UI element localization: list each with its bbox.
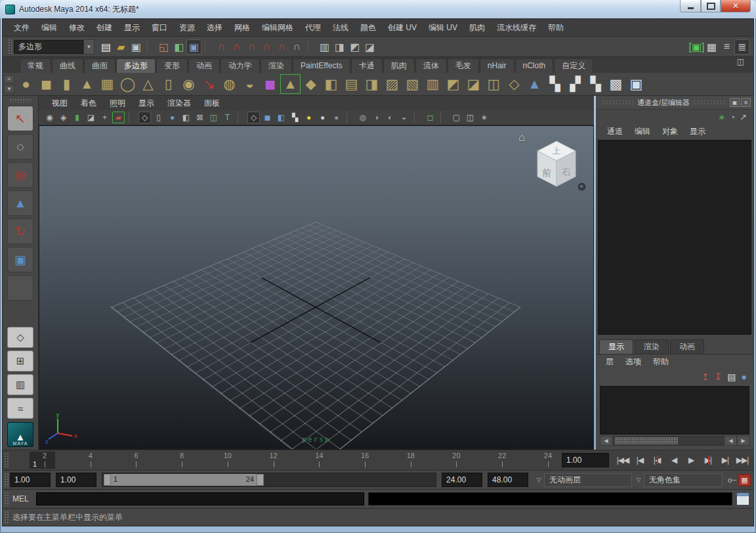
shelf-tab-painteffects[interactable]: PaintEffects [293, 58, 350, 73]
image-plane-icon[interactable]: ◪ [85, 112, 97, 123]
new-empty-layer-icon[interactable]: ▤ [727, 372, 736, 382]
move-layer-down-icon[interactable]: ↧ [715, 372, 723, 382]
menu-assets[interactable]: 资源 [173, 19, 201, 36]
view-cube-menu-icon[interactable] [578, 183, 585, 190]
shelf-tab-dynamics[interactable]: 动力学 [220, 58, 260, 73]
panel-menu-renderer[interactable]: 渲染器 [161, 96, 198, 110]
bridge-icon[interactable]: ▤ [341, 74, 362, 94]
view-cube-right-label[interactable]: 右 [562, 166, 571, 177]
menu-edit[interactable]: 编辑 [35, 19, 63, 36]
panel-menu-panels[interactable]: 面板 [198, 96, 226, 110]
play-backwards-button[interactable]: ◀ [665, 454, 682, 467]
playback-end-field[interactable]: 24.00 [442, 473, 482, 487]
channel-box-list[interactable] [598, 140, 751, 335]
safe-title-icon[interactable]: T [221, 112, 234, 123]
step-forward-frame-button[interactable]: ▶| [717, 454, 734, 467]
smooth-preview-icon[interactable]: ▲ [280, 74, 301, 94]
view-cube[interactable]: 上 前 右 [532, 139, 581, 192]
smooth-icon[interactable]: ◼ [260, 74, 280, 94]
step-back-frame-button[interactable]: |◀ [631, 454, 648, 467]
set-normals-icon[interactable]: ▲ [524, 74, 545, 94]
script-editor-icon[interactable]: ▤ [736, 492, 749, 505]
drag-handle[interactable] [8, 39, 12, 54]
speed-dial-icon[interactable]: ◔ [730, 112, 735, 122]
tool-settings-toggle-icon[interactable]: ≡ [719, 39, 734, 54]
ipr-render-icon[interactable]: ◩ [347, 39, 362, 54]
layer-menu-layers[interactable]: 层 [600, 356, 620, 368]
new-scene-icon[interactable]: ▤ [98, 39, 114, 54]
channel-menu-show[interactable]: 显示 [684, 126, 711, 137]
booleans-icon[interactable]: ◒ [240, 74, 260, 94]
panel-menu-lighting[interactable]: 照明 [103, 96, 132, 110]
lasso-tool[interactable]: ◌ [7, 134, 33, 160]
menu-display[interactable]: 显示 [118, 19, 146, 36]
grid-toggle-icon[interactable]: ◇ [138, 112, 151, 123]
sidebar-bracket-toggle-icon[interactable]: [▣] [689, 39, 704, 54]
planar-mapping-icon[interactable]: ▚ [545, 74, 565, 94]
select-component-icon[interactable]: ▣ [186, 39, 201, 54]
shelf-tab-custom[interactable]: 自定义 [554, 58, 593, 73]
character-key-icon[interactable]: o─ [728, 476, 736, 484]
layer-tab-render[interactable]: 渲染 [635, 339, 669, 354]
scale-tool[interactable]: ▣ [7, 247, 33, 272]
move-tool[interactable]: ▲ [7, 190, 33, 216]
menu-set-dropdown-icon[interactable]: ▼ [83, 39, 94, 54]
snap-to-point-icon[interactable]: ∩ [244, 39, 259, 54]
step-back-key-button[interactable]: |◀ [648, 454, 665, 467]
automatic-mapping-icon[interactable]: ▩ [606, 74, 626, 94]
step-forward-key-button[interactable]: ▶| [700, 454, 717, 467]
wedge-face-icon[interactable]: ▨ [382, 74, 402, 94]
anim-layer-dropdown-icon[interactable]: ▽ [534, 474, 544, 486]
layout-four-pane[interactable]: ⊞ [7, 351, 33, 372]
textured-icon[interactable]: ◧ [275, 112, 287, 123]
isolate-select-icon[interactable]: ◻ [424, 112, 436, 123]
layer-menu-options[interactable]: 选项 [620, 356, 647, 368]
current-time-field[interactable]: 1.00 [562, 453, 609, 467]
manipulator-axis-icon[interactable]: ∗ [718, 112, 725, 122]
animation-start-field[interactable]: 1.00 [10, 473, 51, 487]
menu-modify[interactable]: 修改 [63, 19, 91, 36]
range-slider-thumb[interactable]: 1 24 [104, 474, 264, 486]
shelf-tab-general[interactable]: 常规 [20, 58, 51, 73]
shelf-tab-ncloth[interactable]: nCloth [515, 58, 554, 73]
snap-to-projected-center-icon[interactable]: ∩ [259, 39, 274, 54]
shelf-delete-icon[interactable]: ◫ [737, 57, 744, 66]
menu-create[interactable]: 创建 [91, 19, 118, 36]
smooth-shade-icon[interactable]: ◼ [261, 112, 274, 123]
poke-face-icon[interactable]: ◨ [362, 74, 382, 94]
viewport-3d[interactable]: ⌂ 上 前 右 [39, 125, 594, 450]
resolution-gate-icon[interactable]: ● [166, 112, 178, 123]
minimize-button[interactable] [680, 0, 701, 12]
menu-create-uv[interactable]: 创建 UV [382, 19, 423, 36]
render-view-icon[interactable]: ▥ [317, 39, 332, 54]
drag-handle[interactable] [4, 492, 9, 506]
character-set-dropdown-icon[interactable]: ▽ [633, 474, 644, 486]
snap-to-curve-icon[interactable]: ∩ [229, 39, 244, 54]
plugin-shading-icon[interactable]: ∗ [478, 112, 490, 123]
combine-icon[interactable]: ◍ [219, 74, 240, 94]
drag-handle[interactable] [9, 98, 32, 102]
drag-handle[interactable] [4, 511, 9, 524]
poly-sphere-icon[interactable]: ● [16, 74, 36, 94]
menu-edit-mesh[interactable]: 编辑网格 [256, 19, 299, 36]
panel-menu-show[interactable]: 显示 [132, 96, 161, 110]
command-input[interactable] [36, 492, 364, 505]
shelf-menu-button[interactable]: ≡ [4, 75, 14, 83]
wireframe-icon[interactable]: ◇ [247, 112, 260, 123]
layer-menu-help[interactable]: 帮助 [647, 356, 675, 368]
playback-start-field[interactable]: 1.00 [56, 473, 96, 487]
poly-platonic-icon[interactable]: ◉ [178, 74, 199, 94]
drag-handle[interactable] [4, 473, 9, 487]
uv-editor-icon[interactable]: ▣ [626, 74, 646, 94]
shelf-tab-polygons[interactable]: 多边形 [116, 58, 156, 73]
shadows-icon[interactable]: ◍ [356, 112, 369, 123]
poly-cylinder-icon[interactable]: ▮ [56, 74, 77, 94]
poly-pipe-icon[interactable]: ▯ [158, 74, 178, 94]
select-tool[interactable]: ↖ [7, 106, 33, 131]
field-chart-icon[interactable]: ⊠ [194, 112, 206, 123]
hyperbolic-arrow-icon[interactable]: ↗ [740, 112, 747, 122]
character-set-field[interactable]: 无角色集 [644, 473, 723, 487]
shelf-tab-curves[interactable]: 曲线 [52, 58, 83, 73]
poly-torus-icon[interactable]: ◯ [117, 74, 138, 94]
time-slider-track[interactable]: 1 24681012141618202224 [10, 452, 559, 469]
